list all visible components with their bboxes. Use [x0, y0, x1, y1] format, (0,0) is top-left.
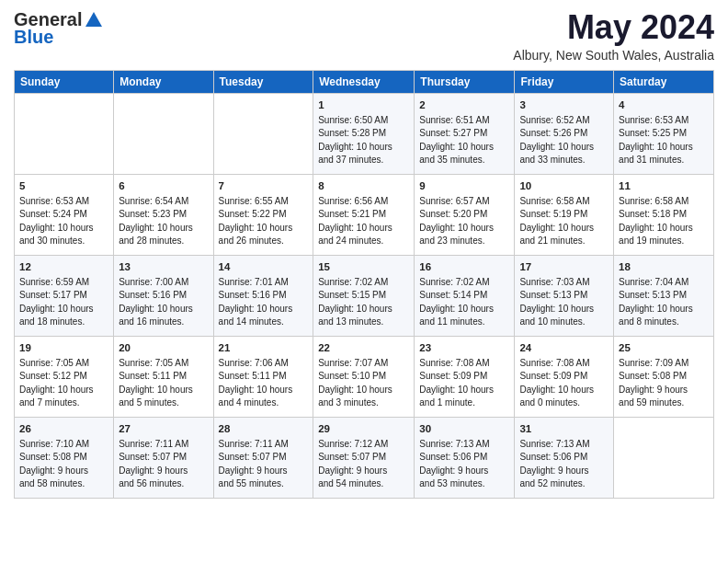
calendar-cell: 17Sunrise: 7:03 AMSunset: 5:13 PMDayligh… — [515, 255, 614, 336]
weekday-header-tuesday: Tuesday — [213, 70, 313, 93]
calendar-cell: 23Sunrise: 7:08 AMSunset: 5:09 PMDayligh… — [415, 336, 515, 417]
day-info: Sunrise: 7:02 AMSunset: 5:15 PMDaylight:… — [318, 276, 409, 329]
day-number: 1 — [318, 98, 409, 112]
day-info: Sunrise: 7:09 AMSunset: 5:08 PMDaylight:… — [619, 357, 709, 410]
weekday-header-friday: Friday — [515, 70, 614, 93]
day-number: 9 — [419, 178, 509, 193]
day-info: Sunrise: 6:50 AMSunset: 5:28 PMDaylight:… — [318, 114, 409, 167]
day-number: 22 — [318, 340, 409, 355]
calendar-cell: 13Sunrise: 7:00 AMSunset: 5:16 PMDayligh… — [114, 255, 213, 336]
day-number: 25 — [619, 340, 709, 355]
calendar-week-row: 26Sunrise: 7:10 AMSunset: 5:08 PMDayligh… — [15, 417, 714, 498]
calendar-cell: 21Sunrise: 7:06 AMSunset: 5:11 PMDayligh… — [213, 336, 313, 417]
calendar-cell: 31Sunrise: 7:13 AMSunset: 5:06 PMDayligh… — [515, 417, 614, 498]
day-info: Sunrise: 7:05 AMSunset: 5:12 PMDaylight:… — [19, 357, 108, 410]
day-number: 14 — [219, 259, 309, 274]
day-number: 18 — [619, 259, 709, 274]
calendar-cell: 5Sunrise: 6:53 AMSunset: 5:24 PMDaylight… — [15, 174, 114, 255]
day-number: 2 — [419, 98, 509, 112]
title-area: May 2024 Albury, New South Wales, Austra… — [513, 9, 714, 63]
day-info: Sunrise: 6:56 AMSunset: 5:21 PMDaylight:… — [318, 195, 409, 248]
day-number: 8 — [318, 178, 409, 193]
day-info: Sunrise: 7:04 AMSunset: 5:13 PMDaylight:… — [619, 276, 709, 329]
calendar-cell: 8Sunrise: 6:56 AMSunset: 5:21 PMDaylight… — [313, 174, 415, 255]
weekday-header-sunday: Sunday — [15, 70, 114, 93]
day-number: 26 — [19, 421, 108, 436]
calendar-cell: 16Sunrise: 7:02 AMSunset: 5:14 PMDayligh… — [415, 255, 515, 336]
day-number: 5 — [19, 178, 108, 193]
day-info: Sunrise: 6:51 AMSunset: 5:27 PMDaylight:… — [419, 114, 509, 167]
day-info: Sunrise: 7:06 AMSunset: 5:11 PMDaylight:… — [219, 357, 309, 410]
calendar-cell: 6Sunrise: 6:54 AMSunset: 5:23 PMDaylight… — [114, 174, 213, 255]
calendar-week-row: 12Sunrise: 6:59 AMSunset: 5:17 PMDayligh… — [15, 255, 714, 336]
calendar-week-row: 5Sunrise: 6:53 AMSunset: 5:24 PMDaylight… — [15, 174, 714, 255]
calendar-cell: 20Sunrise: 7:05 AMSunset: 5:11 PMDayligh… — [114, 336, 213, 417]
weekday-header-monday: Monday — [114, 70, 213, 93]
day-info: Sunrise: 7:11 AMSunset: 5:07 PMDaylight:… — [219, 438, 309, 491]
calendar-cell — [15, 93, 114, 174]
calendar-cell: 11Sunrise: 6:58 AMSunset: 5:18 PMDayligh… — [614, 174, 714, 255]
day-number: 20 — [119, 340, 208, 355]
weekday-header-thursday: Thursday — [415, 70, 515, 93]
day-number: 29 — [318, 421, 409, 436]
day-number: 10 — [519, 178, 609, 193]
day-info: Sunrise: 7:12 AMSunset: 5:07 PMDaylight:… — [318, 438, 409, 491]
day-number: 28 — [219, 421, 309, 436]
logo-blue-text: Blue — [14, 27, 53, 48]
calendar-header-row: SundayMondayTuesdayWednesdayThursdayFrid… — [15, 70, 714, 93]
calendar-cell: 24Sunrise: 7:08 AMSunset: 5:09 PMDayligh… — [515, 336, 614, 417]
day-number: 6 — [119, 178, 208, 193]
calendar-cell — [614, 417, 714, 498]
calendar-cell: 30Sunrise: 7:13 AMSunset: 5:06 PMDayligh… — [415, 417, 515, 498]
calendar-cell: 9Sunrise: 6:57 AMSunset: 5:20 PMDaylight… — [415, 174, 515, 255]
day-number: 24 — [519, 340, 609, 355]
day-info: Sunrise: 7:10 AMSunset: 5:08 PMDaylight:… — [19, 438, 108, 491]
day-number: 31 — [519, 421, 609, 436]
calendar-cell: 7Sunrise: 6:55 AMSunset: 5:22 PMDaylight… — [213, 174, 313, 255]
logo: General Blue — [14, 9, 104, 48]
day-number: 17 — [519, 259, 609, 274]
calendar-cell: 29Sunrise: 7:12 AMSunset: 5:07 PMDayligh… — [313, 417, 415, 498]
day-info: Sunrise: 7:01 AMSunset: 5:16 PMDaylight:… — [219, 276, 309, 329]
calendar-cell: 18Sunrise: 7:04 AMSunset: 5:13 PMDayligh… — [614, 255, 714, 336]
day-info: Sunrise: 6:57 AMSunset: 5:20 PMDaylight:… — [419, 195, 509, 248]
day-number: 4 — [619, 98, 709, 112]
calendar-cell: 19Sunrise: 7:05 AMSunset: 5:12 PMDayligh… — [15, 336, 114, 417]
calendar-cell: 12Sunrise: 6:59 AMSunset: 5:17 PMDayligh… — [15, 255, 114, 336]
day-number: 23 — [419, 340, 509, 355]
day-info: Sunrise: 7:08 AMSunset: 5:09 PMDaylight:… — [419, 357, 509, 410]
day-info: Sunrise: 7:08 AMSunset: 5:09 PMDaylight:… — [519, 357, 609, 410]
day-info: Sunrise: 6:54 AMSunset: 5:23 PMDaylight:… — [119, 195, 208, 248]
day-info: Sunrise: 6:53 AMSunset: 5:24 PMDaylight:… — [19, 195, 108, 248]
day-number: 27 — [119, 421, 208, 436]
day-info: Sunrise: 7:13 AMSunset: 5:06 PMDaylight:… — [419, 438, 509, 491]
calendar-cell — [114, 93, 213, 174]
day-number: 12 — [19, 259, 108, 274]
day-info: Sunrise: 7:07 AMSunset: 5:10 PMDaylight:… — [318, 357, 409, 410]
day-info: Sunrise: 7:05 AMSunset: 5:11 PMDaylight:… — [119, 357, 208, 410]
calendar-cell: 10Sunrise: 6:58 AMSunset: 5:19 PMDayligh… — [515, 174, 614, 255]
day-info: Sunrise: 6:55 AMSunset: 5:22 PMDaylight:… — [219, 195, 309, 248]
calendar-cell — [213, 93, 313, 174]
calendar-week-row: 1Sunrise: 6:50 AMSunset: 5:28 PMDaylight… — [15, 93, 714, 174]
weekday-header-wednesday: Wednesday — [313, 70, 415, 93]
weekday-header-saturday: Saturday — [614, 70, 714, 93]
day-number: 30 — [419, 421, 509, 436]
day-number: 11 — [619, 178, 709, 193]
day-info: Sunrise: 6:52 AMSunset: 5:26 PMDaylight:… — [519, 114, 609, 167]
day-info: Sunrise: 6:58 AMSunset: 5:18 PMDaylight:… — [619, 195, 709, 248]
calendar-cell: 14Sunrise: 7:01 AMSunset: 5:16 PMDayligh… — [213, 255, 313, 336]
day-info: Sunrise: 7:13 AMSunset: 5:06 PMDaylight:… — [519, 438, 609, 491]
calendar-cell: 27Sunrise: 7:11 AMSunset: 5:07 PMDayligh… — [114, 417, 213, 498]
calendar-cell: 22Sunrise: 7:07 AMSunset: 5:10 PMDayligh… — [313, 336, 415, 417]
day-number: 7 — [219, 178, 309, 193]
day-number: 16 — [419, 259, 509, 274]
calendar-cell: 25Sunrise: 7:09 AMSunset: 5:08 PMDayligh… — [614, 336, 714, 417]
page: General Blue May 2024 Albury, New South … — [0, 0, 728, 508]
day-number: 13 — [119, 259, 208, 274]
calendar-week-row: 19Sunrise: 7:05 AMSunset: 5:12 PMDayligh… — [15, 336, 714, 417]
calendar-cell: 2Sunrise: 6:51 AMSunset: 5:27 PMDaylight… — [415, 93, 515, 174]
day-info: Sunrise: 6:53 AMSunset: 5:25 PMDaylight:… — [619, 114, 709, 167]
day-number: 19 — [19, 340, 108, 355]
calendar-cell: 28Sunrise: 7:11 AMSunset: 5:07 PMDayligh… — [213, 417, 313, 498]
